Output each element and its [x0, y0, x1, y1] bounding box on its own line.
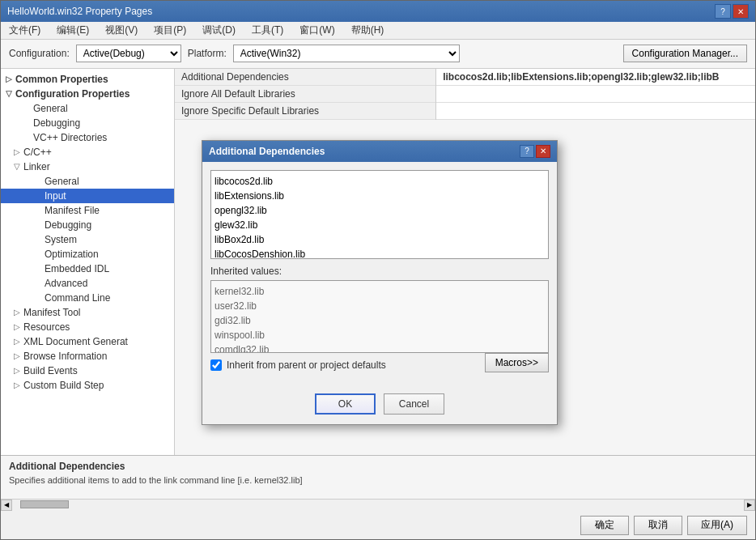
inherited-line-5: comdlg32.lib [214, 342, 545, 353]
prop-value-ignore-specific[interactable] [436, 102, 755, 119]
tree-item-label: VC++ Directories [33, 132, 107, 143]
tree-item-config-props[interactable]: ▽ Configuration Properties [1, 87, 174, 101]
tree-item-manifest-tool[interactable]: ▷ Manifest Tool [1, 305, 174, 320]
tree-item-linker-general[interactable]: General [1, 174, 174, 189]
prop-value-additional-deps[interactable]: libcocos2d.lib;libExtensions.lib;opengl3… [436, 69, 755, 86]
table-row: Additional Dependencies libcocos2d.lib;l… [175, 69, 755, 86]
chevron-right-icon: ▷ [14, 322, 22, 331]
config-manager-button[interactable]: Configuration Manager... [623, 45, 747, 62]
tree-item-linker[interactable]: ▽ Linker [1, 159, 174, 174]
tree-item-label: General [45, 176, 79, 187]
tree-item-debugging[interactable]: Debugging [1, 116, 174, 130]
dialog-title-bar: Additional Dependencies ? ✕ [202, 141, 557, 162]
dialog-close-button[interactable]: ✕ [536, 145, 550, 158]
tree-item-label: Debugging [45, 219, 91, 231]
tree-item-browse-info[interactable]: ▷ Browse Information [1, 349, 174, 364]
bottom-bar: Additional Dependencies Specifies additi… [1, 455, 755, 499]
tree-item-linker-advanced[interactable]: Advanced [1, 276, 174, 291]
tree-item-label: Linker [23, 161, 50, 172]
chevron-right-icon: ▷ [14, 381, 22, 389]
config-select[interactable]: Active(Debug) [76, 45, 181, 62]
dialog-ok-button[interactable]: OK [315, 393, 376, 415]
tree-item-label: Manifest File [45, 205, 100, 216]
additional-dependencies-dialog: Additional Dependencies ? ✕ libcocos2d.l… [202, 140, 558, 425]
chevron-right-icon: ▷ [14, 308, 22, 317]
close-button[interactable]: ✕ [733, 4, 749, 19]
tree-item-cpp[interactable]: ▷ C/C++ [1, 145, 174, 159]
tree-item-vc-dirs[interactable]: VC++ Directories [1, 130, 174, 145]
title-bar: HelloWorld.win32 Property Pages ? ✕ [1, 1, 755, 22]
tree-item-label: Common Properties [15, 74, 108, 85]
tree-item-label: Custom Build Step [23, 380, 104, 391]
menu-edit[interactable]: 编辑(E) [52, 22, 94, 39]
chevron-down-icon: ▽ [14, 162, 22, 171]
tree-item-label: Manifest Tool [23, 307, 80, 318]
platform-select[interactable]: Active(Win32) [233, 45, 460, 62]
menu-window[interactable]: 窗口(W) [295, 22, 339, 39]
footer-buttons: 确定 取消 应用(A) [1, 510, 755, 539]
apply-button[interactable]: 应用(A) [687, 516, 747, 535]
hscroll-track [12, 500, 744, 511]
tree-item-resources[interactable]: ▷ Resources [1, 320, 174, 334]
menu-debug[interactable]: 调试(D) [197, 22, 240, 39]
hscroll-right-arrow[interactable]: ▶ [744, 500, 755, 511]
tree-item-linker-embedded-idl[interactable]: Embedded IDL [1, 261, 174, 276]
tree-item-common-props[interactable]: ▷ Common Properties [1, 72, 174, 87]
editable-deps-box[interactable]: libcocos2d.lib libExtensions.lib opengl3… [210, 170, 549, 259]
inherit-checkbox[interactable] [210, 359, 222, 371]
tree-item-label: Build Events [23, 365, 78, 376]
menu-file[interactable]: 文件(F) [4, 22, 45, 39]
dialog-help-button[interactable]: ? [520, 145, 534, 158]
tree-item-custom-build[interactable]: ▷ Custom Build Step [1, 378, 174, 393]
dialog-footer: OK Cancel [202, 387, 557, 424]
chevron-right-icon: ▷ [14, 366, 22, 375]
editable-deps-container: libcocos2d.lib libExtensions.lib opengl3… [210, 170, 549, 259]
tree-item-label: General [33, 103, 68, 114]
window-frame: HelloWorld.win32 Property Pages ? ✕ 文件(F… [0, 0, 756, 540]
prop-value-ignore-all[interactable] [436, 85, 755, 102]
tree-item-build-events[interactable]: ▷ Build Events [1, 364, 174, 378]
hscroll-bar: ◀ ▶ [1, 499, 755, 510]
menu-help[interactable]: 帮助(H) [346, 22, 389, 39]
table-row: Ignore Specific Default Libraries [175, 102, 755, 119]
menu-project[interactable]: 项目(P) [149, 22, 191, 39]
dialog-action-row: Inherit from parent or project defaults … [210, 353, 549, 379]
inherited-line-4: winspool.lib [214, 328, 545, 342]
chevron-right-icon: ▷ [14, 351, 22, 360]
inherit-checkbox-label: Inherit from parent or project defaults [227, 359, 386, 371]
help-button[interactable]: ? [715, 4, 731, 19]
tree-item-label: Resources [23, 321, 70, 333]
tree-item-linker-input[interactable]: Input [1, 189, 174, 203]
dialog-body: libcocos2d.lib libExtensions.lib opengl3… [202, 162, 557, 387]
macros-button[interactable]: Macros>> [485, 353, 549, 372]
cancel-button[interactable]: 取消 [634, 516, 682, 535]
config-bar: Configuration: Active(Debug) Platform: A… [1, 40, 755, 69]
tree-item-linker-system[interactable]: System [1, 232, 174, 247]
window-title: HelloWorld.win32 Property Pages [7, 6, 152, 17]
tree-item-linker-debugging[interactable]: Debugging [1, 218, 174, 232]
chevron-right-icon: ▷ [6, 74, 14, 83]
tree-item-xml-doc[interactable]: ▷ XML Document Generat [1, 334, 174, 349]
bottom-description: Specifies additional items to add to the… [9, 475, 747, 485]
tree-item-label: Command Line [45, 292, 110, 304]
menu-tools[interactable]: 工具(T) [247, 22, 288, 39]
ok-button[interactable]: 确定 [580, 516, 629, 535]
tree-item-label: Optimization [45, 249, 99, 260]
tree-item-linker-optimization[interactable]: Optimization [1, 247, 174, 261]
hscroll-left-arrow[interactable]: ◀ [1, 500, 12, 511]
prop-name-ignore-all: Ignore All Default Libraries [175, 85, 436, 102]
dialog-cancel-button[interactable]: Cancel [384, 393, 444, 415]
prop-name-ignore-specific: Ignore Specific Default Libraries [175, 102, 436, 119]
config-label: Configuration: [9, 48, 70, 59]
title-controls: ? ✕ [715, 4, 749, 19]
menu-view[interactable]: 视图(V) [100, 22, 142, 39]
main-area: ▷ Common Properties ▽ Configuration Prop… [1, 69, 755, 455]
tree-item-linker-manifest[interactable]: Manifest File [1, 203, 174, 218]
hscroll-thumb[interactable] [20, 500, 69, 508]
chevron-right-icon: ▷ [14, 147, 22, 156]
tree-item-label: Input [45, 190, 66, 202]
tree-item-general[interactable]: General [1, 101, 174, 116]
tree-item-linker-cmdline[interactable]: Command Line [1, 291, 174, 305]
table-row: Ignore All Default Libraries [175, 85, 755, 102]
dep-line-3: opengl32.lib [214, 203, 545, 218]
